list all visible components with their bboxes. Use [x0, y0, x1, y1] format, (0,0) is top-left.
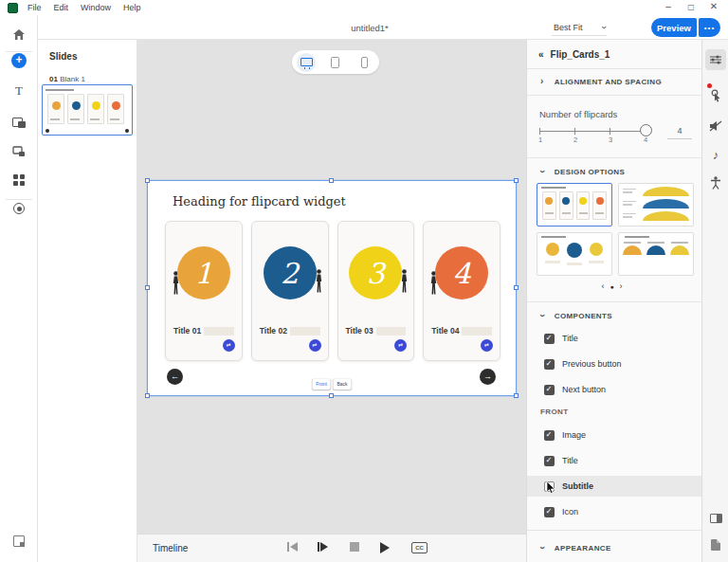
checkbox-checked-icon[interactable]	[544, 385, 555, 395]
flipcard-4[interactable]: 4 Title 04 ⇄	[423, 221, 500, 361]
checkbox-label: Image	[562, 430, 586, 440]
selection-handle[interactable]	[329, 393, 334, 398]
maximize-button[interactable]: ▢	[681, 3, 701, 11]
notes-button[interactable]	[0, 530, 38, 553]
front-title-row[interactable]: Title	[527, 450, 702, 471]
section-appearance[interactable]: › APPEARANCE	[540, 543, 611, 553]
back-toggle-button[interactable]: Back	[334, 379, 352, 390]
selection-handle[interactable]	[145, 393, 150, 398]
add-content-button[interactable]: +	[0, 49, 38, 72]
thumb-heading-line	[46, 89, 74, 91]
section-components[interactable]: › COMPONENTS	[540, 311, 612, 320]
design-option-1-selected[interactable]	[537, 183, 612, 227]
component-title-row[interactable]: Title	[527, 328, 702, 349]
menu-bar: File Edit Window Help – ▢ ✕	[0, 0, 728, 15]
card-title[interactable]: Title 01	[173, 326, 201, 335]
checkbox-checked-icon[interactable]	[544, 334, 555, 344]
media-button[interactable]	[0, 111, 38, 134]
selection-handle[interactable]	[329, 178, 334, 183]
design-option-3[interactable]	[537, 232, 612, 276]
checkbox-checked-icon[interactable]	[544, 456, 555, 466]
front-toggle-button[interactable]: Front	[313, 379, 331, 390]
chevron-right-icon: ›	[540, 77, 544, 86]
selection-handle[interactable]	[145, 285, 150, 290]
accessibility-tab-button[interactable]	[705, 172, 726, 193]
layout-panel-button[interactable]	[705, 508, 726, 529]
card-title[interactable]: Title 02	[260, 326, 287, 335]
widget-heading[interactable]: Heading for flipcard widget	[173, 194, 346, 208]
close-button[interactable]: ✕	[703, 1, 724, 11]
card-title[interactable]: Title 04	[431, 326, 459, 335]
flipcard-1[interactable]: 1 Title 01 ⇄	[165, 221, 243, 361]
flip-icon[interactable]: ⇄	[223, 339, 235, 352]
canvas-area: Heading for flipcard widget 1 Title 01 ⇄…	[137, 40, 526, 534]
menu-help[interactable]: Help	[123, 3, 141, 12]
flip-icon[interactable]: ⇄	[481, 339, 493, 352]
section-alignment-spacing[interactable]: › ALIGNMENT AND SPACING	[540, 77, 662, 86]
slide-stage[interactable]: Heading for flipcard widget 1 Title 01 ⇄…	[147, 180, 517, 396]
step-back-button[interactable]	[287, 542, 298, 552]
next-card-button[interactable]: →	[480, 369, 496, 385]
interactions-icon	[12, 145, 26, 157]
previous-card-button[interactable]: ←	[167, 369, 183, 385]
preview-button[interactable]: Preview	[651, 18, 697, 37]
page-dot-icon: ●	[610, 283, 619, 290]
thumb-cards	[46, 94, 129, 124]
text-tool-button[interactable]: T	[0, 80, 38, 102]
component-next-button-row[interactable]: Next button	[527, 379, 702, 400]
flip-icon[interactable]: ⇄	[394, 339, 407, 352]
play-button[interactable]	[380, 542, 390, 553]
front-icon-row[interactable]: Icon	[527, 501, 702, 522]
section-title: DESIGN OPTIONS	[555, 168, 626, 176]
blocks-button[interactable]	[0, 169, 38, 191]
flip-icon[interactable]: ⇄	[309, 339, 321, 352]
flipcard-count-value[interactable]: 4	[667, 126, 692, 139]
stop-button[interactable]	[350, 542, 359, 552]
flipcard-2[interactable]: 2 Title 02 ⇄	[251, 221, 329, 361]
flipcard-3[interactable]: 3 Title 03 ⇄	[337, 221, 415, 361]
captions-button[interactable]: CC	[411, 542, 428, 553]
interactions-button[interactable]	[0, 139, 38, 162]
menu-window[interactable]: Window	[81, 3, 111, 12]
document-panel-button[interactable]	[705, 535, 726, 555]
step-forward-button[interactable]	[318, 542, 328, 552]
desktop-view-button[interactable]	[297, 53, 316, 72]
checkbox-checked-icon[interactable]	[544, 359, 555, 370]
audio-tab-button[interactable]: ♪	[705, 144, 726, 165]
home-button[interactable]	[0, 23, 38, 45]
zoom-fit-select[interactable]: Best Fit ›	[552, 20, 607, 36]
media-icon	[12, 118, 26, 128]
slider-handle[interactable]	[640, 124, 652, 136]
audio-mute-button[interactable]	[705, 116, 726, 136]
record-button[interactable]	[0, 197, 38, 220]
checkbox-label: Next button	[562, 385, 606, 394]
front-image-row[interactable]: Image	[527, 425, 702, 445]
selection-handle[interactable]	[145, 178, 150, 183]
monitor-icon	[300, 58, 313, 66]
tablet-view-button[interactable]	[326, 53, 345, 72]
selection-handle[interactable]	[514, 178, 519, 183]
design-option-2[interactable]	[618, 183, 694, 227]
flipcard-count-slider[interactable]	[539, 131, 646, 132]
timeline-label[interactable]: Timeline	[153, 543, 188, 553]
design-option-4[interactable]	[618, 232, 694, 276]
selection-handle[interactable]	[514, 285, 519, 290]
component-previous-button-row[interactable]: Previous button	[527, 354, 702, 374]
checkbox-checked-icon[interactable]	[544, 430, 555, 441]
selection-handle[interactable]	[514, 393, 519, 398]
minimize-button[interactable]: –	[658, 1, 679, 11]
card-title[interactable]: Title 03	[346, 326, 373, 335]
properties-tab-button[interactable]	[705, 49, 726, 70]
more-options-button[interactable]: •••	[699, 18, 720, 37]
section-design-options[interactable]: › DESIGN OPTIONS	[540, 167, 625, 176]
slide-thumbnail[interactable]	[42, 84, 133, 136]
menu-edit[interactable]: Edit	[54, 3, 69, 12]
checkbox-checked-icon[interactable]	[544, 507, 555, 517]
collapse-panel-icon[interactable]: «	[538, 49, 544, 60]
copy-page-icon	[13, 535, 25, 547]
interactivity-tab-button[interactable]	[705, 85, 726, 106]
app-logo-icon	[8, 3, 18, 13]
page-next-icon[interactable]: ›	[620, 281, 628, 291]
menu-file[interactable]: File	[27, 3, 42, 12]
phone-view-button[interactable]	[355, 53, 374, 72]
